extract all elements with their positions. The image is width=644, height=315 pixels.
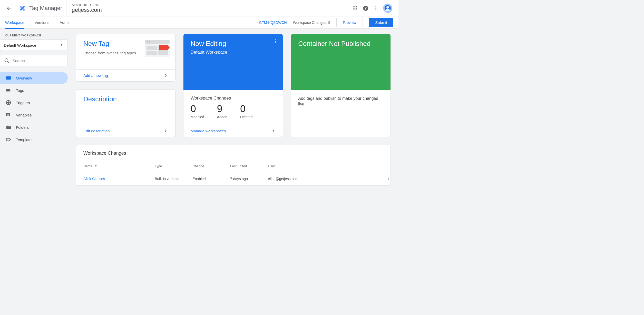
sidebar-item-label: Folders <box>16 125 29 130</box>
stat-deleted: 0 Deleted <box>240 103 252 119</box>
col-last-edited[interactable]: Last Edited <box>230 161 268 172</box>
variable-icon <box>6 112 11 118</box>
svg-text:?: ? <box>365 6 367 10</box>
now-editing-sub: Default Workspace <box>191 50 276 55</box>
publish-body: Add tags and publish to make your change… <box>291 90 391 113</box>
search-input[interactable] <box>13 58 64 63</box>
container-name: getjess.com <box>72 7 102 13</box>
svg-rect-25 <box>147 46 157 50</box>
trigger-icon <box>6 100 11 105</box>
add-new-tag-action[interactable]: Add a new tag <box>76 69 175 81</box>
col-user[interactable]: User <box>268 161 378 172</box>
stat-added: 9 Added <box>217 103 227 119</box>
breadcrumb-root[interactable]: All accounts <box>72 3 88 7</box>
col-change[interactable]: Change <box>192 161 230 172</box>
sidebar-item-label: Variables <box>16 113 32 117</box>
table-title: Workspace Changes <box>76 145 391 161</box>
edit-description-label: Edit description <box>83 129 110 133</box>
svg-point-28 <box>275 40 276 40</box>
sidebar-item-label: Triggers <box>16 101 30 105</box>
col-name-label: Name <box>83 164 92 168</box>
workspace-selector[interactable]: Default Workspace <box>0 40 68 51</box>
svg-rect-3 <box>354 6 355 7</box>
svg-rect-26 <box>147 51 157 55</box>
sidebar-item-variables[interactable]: Variables <box>0 109 68 121</box>
now-editing-title: Now Editing <box>191 40 276 48</box>
chevron-right-icon <box>271 129 276 133</box>
workspace-name: Default Workspace <box>4 43 36 47</box>
card-more-icon[interactable] <box>273 39 278 44</box>
avatar[interactable] <box>383 4 392 13</box>
add-new-tag-label: Add a new tag <box>83 73 108 78</box>
preview-button[interactable]: Preview <box>336 18 363 27</box>
stat-added-value: 9 <box>217 103 227 114</box>
workspace-changes-count: Workspace Changes: 9 <box>293 21 330 25</box>
sidebar-item-overview[interactable]: Overview <box>0 72 68 84</box>
svg-rect-17 <box>6 114 7 116</box>
card-description: Description Edit description <box>76 89 175 137</box>
help-icon[interactable]: ? <box>363 5 369 11</box>
folder-icon <box>6 124 11 130</box>
chevron-right-icon <box>59 43 64 47</box>
stat-modified-label: Modified <box>191 115 204 119</box>
row-user: ellen@getjess.com <box>268 172 378 186</box>
manage-workspaces-action[interactable]: Manage workspaces <box>183 125 283 137</box>
svg-point-9 <box>375 6 376 7</box>
chevron-right-icon <box>163 73 168 78</box>
svg-rect-14 <box>6 76 11 77</box>
sidebar-item-tags[interactable]: Tags <box>0 84 68 96</box>
more-icon[interactable] <box>373 6 378 11</box>
stat-deleted-value: 0 <box>240 103 252 114</box>
sidebar-item-label: Overview <box>16 76 32 80</box>
card-publish-status: Container Not Published Add tags and pub… <box>291 34 391 137</box>
svg-point-10 <box>375 8 376 8</box>
stat-added-label: Added <box>217 115 227 119</box>
svg-point-11 <box>375 9 376 10</box>
search-icon <box>4 58 9 63</box>
container-selector[interactable]: getjess.com <box>72 7 348 13</box>
breadcrumb[interactable]: All accounts Jess <box>72 3 348 7</box>
tab-workspace[interactable]: Workspace <box>5 16 24 29</box>
sidebar-item-label: Tags <box>16 88 24 93</box>
chevron-down-icon <box>103 8 106 12</box>
search-box[interactable] <box>0 55 68 66</box>
back-arrow-icon[interactable] <box>4 3 14 13</box>
tab-admin[interactable]: Admin <box>60 16 71 29</box>
breadcrumb-account[interactable]: Jess <box>93 3 99 7</box>
template-icon <box>6 137 11 142</box>
svg-point-29 <box>275 41 276 42</box>
new-tag-sub: Choose from over 50 tag types. <box>83 50 140 56</box>
stat-modified-value: 0 <box>191 103 204 114</box>
stat-modified: 0 Modified <box>191 103 204 119</box>
col-type[interactable]: Type <box>155 161 192 172</box>
table-row[interactable]: Click Classes Built-in variable Enabled … <box>76 172 391 186</box>
card-now-editing: Now Editing Default Workspace Workspace … <box>183 34 283 137</box>
logo-title[interactable]: Tag Manager <box>14 0 66 16</box>
row-change: Enabled <box>192 172 230 186</box>
row-type: Built-in variable <box>155 172 192 186</box>
svg-point-24 <box>149 41 150 43</box>
edit-description-action[interactable]: Edit description <box>76 125 175 137</box>
tab-versions[interactable]: Versions <box>35 16 50 29</box>
sidebar-item-triggers[interactable]: Triggers <box>0 96 68 109</box>
card-new-tag: New Tag Choose from over 50 tag types. A… <box>76 34 175 82</box>
container-id[interactable]: GTM-KQ5GWCH <box>259 21 287 25</box>
sidebar-item-folders[interactable]: Folders <box>0 121 68 133</box>
svg-point-23 <box>147 41 148 43</box>
row-name[interactable]: Click Classes <box>76 172 155 186</box>
row-more-icon[interactable] <box>378 172 391 186</box>
current-workspace-label: CURRENT WORKSPACE <box>0 34 71 40</box>
svg-rect-19 <box>9 114 10 116</box>
svg-rect-20 <box>6 113 10 114</box>
submit-button[interactable]: Submit <box>369 18 393 27</box>
svg-rect-5 <box>356 6 357 7</box>
publish-title: Container Not Published <box>298 40 383 48</box>
new-tag-title: New Tag <box>83 40 140 48</box>
sidebar-item-templates[interactable]: Templates <box>0 133 68 146</box>
manage-workspaces-label: Manage workspaces <box>191 129 226 133</box>
svg-point-12 <box>5 59 8 62</box>
svg-point-32 <box>388 178 389 179</box>
svg-rect-22 <box>145 40 170 44</box>
col-name[interactable]: Name <box>76 161 155 172</box>
apps-icon[interactable] <box>353 6 358 11</box>
